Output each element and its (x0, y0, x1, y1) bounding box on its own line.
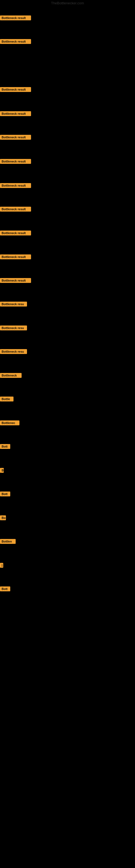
bottleneck-result-badge: Bottleneck result (0, 111, 31, 116)
bottleneck-result-badge: Bottleneck result (0, 159, 31, 164)
bottleneck-result-badge: Bottleneck resu (0, 326, 27, 330)
bottleneck-result-badge: Bottleneck result (0, 230, 31, 236)
bottleneck-result-badge: Bottleneck result (0, 16, 31, 20)
bottleneck-result-badge: Bottleneck result (0, 254, 31, 259)
bottleneck-result-badge: Bottleneck (0, 373, 21, 378)
bottleneck-result-badge: Bottleneck result (0, 87, 31, 92)
bottleneck-result-badge: Bottleneck result (0, 135, 31, 140)
bottleneck-result-badge: Bottleneck result (0, 39, 31, 44)
bottleneck-result-badge: Bott (0, 586, 10, 591)
bottleneck-result-badge: Bottle (0, 397, 13, 401)
bottleneck-result-badge: Bo (0, 516, 6, 520)
bottleneck-result-badge: | (0, 563, 3, 568)
bottleneck-result-badge: Bottlen (0, 539, 16, 544)
bottleneck-result-badge: Bottleneck result (0, 207, 31, 212)
bottleneck-result-badge: Bottleneck result (0, 278, 31, 283)
bottleneck-result-badge: Bottleneck resu (0, 349, 27, 354)
bottleneck-result-badge: Bott (0, 492, 10, 496)
bottleneck-result-badge: Bott (0, 444, 10, 449)
bottleneck-result-badge: Bottleneck resu (0, 302, 27, 307)
bottleneck-result-badge: B (0, 468, 4, 473)
bottleneck-result-badge: Bottleneck result (0, 183, 31, 188)
bottleneck-result-badge: Bottlenec (0, 421, 19, 425)
site-title: TheBottlenecker.com (0, 0, 135, 6)
